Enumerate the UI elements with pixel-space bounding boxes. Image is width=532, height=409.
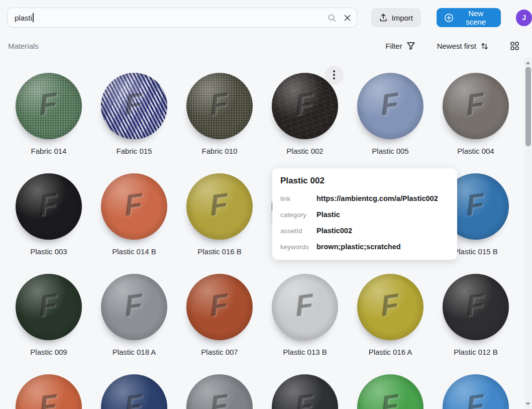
search-input[interactable]: plasti (7, 8, 357, 28)
scrollbar-thumb[interactable] (525, 67, 531, 146)
material-sphere-plastic-005[interactable]: F (357, 73, 423, 139)
material-card-hovered[interactable]: F Plastic 002 (262, 73, 348, 173)
material-card-partial[interactable]: F (262, 374, 348, 409)
material-card[interactable]: F Plastic 013 B (262, 274, 348, 374)
search-input-value: plasti (15, 14, 32, 22)
material-sphere-partial[interactable]: F (357, 374, 423, 409)
material-card[interactable]: F Plastic 009 (6, 274, 91, 374)
material-label: Plastic 018 A (113, 348, 156, 356)
material-sphere-fabric-014[interactable]: F (16, 73, 82, 139)
import-button-label: Import (392, 14, 413, 22)
material-label: Plastic 015 B (454, 247, 498, 256)
f-logo-emboss: F (465, 387, 485, 409)
f-logo-emboss: F (209, 86, 229, 122)
user-avatar[interactable]: J (516, 10, 532, 26)
material-sphere-plastic-012-b[interactable]: F (443, 274, 509, 340)
material-card[interactable]: F Plastic 012 B (433, 274, 518, 374)
material-sphere-fabric-015[interactable]: F (101, 73, 167, 139)
material-sphere-plastic-013-b[interactable]: F (272, 274, 338, 340)
tooltip-title: Plastic 002 (280, 176, 449, 186)
filter-button[interactable]: Filter (385, 42, 414, 50)
sort-button-label: Newest first (437, 42, 476, 50)
f-logo-emboss: F (294, 387, 314, 409)
material-sphere-plastic-014-b[interactable]: F (101, 173, 167, 240)
material-card[interactable]: F Fabric 010 (177, 73, 262, 173)
tooltip-row-label: keywords (280, 243, 316, 251)
material-card[interactable]: F Plastic 003 (6, 173, 91, 274)
material-card[interactable]: F Plastic 004 (433, 73, 518, 173)
scrollbar-up-arrow[interactable] (525, 61, 530, 64)
tooltip-row-assetid: assetId Plastic002 (280, 223, 449, 239)
material-card-partial[interactable]: F (433, 374, 518, 409)
material-card[interactable]: F Fabric 015 (91, 73, 177, 173)
material-label: Fabric 015 (117, 147, 152, 155)
material-label: Plastic 014 B (112, 247, 156, 256)
f-logo-emboss: F (124, 86, 144, 122)
material-sphere-plastic-018-a[interactable]: F (101, 274, 167, 340)
material-card[interactable]: F Fabric 014 (6, 73, 91, 173)
f-logo-emboss: F (38, 287, 58, 323)
material-sphere-plastic-007[interactable]: F (186, 274, 253, 340)
f-logo-emboss: F (124, 287, 144, 323)
material-sphere-partial[interactable]: F (186, 374, 253, 409)
kebab-dot (333, 70, 335, 72)
material-card[interactable]: F Plastic 014 B (91, 173, 177, 274)
material-card[interactable]: F Plastic 005 (348, 73, 433, 173)
vertical-scrollbar[interactable] (524, 58, 532, 409)
f-logo-emboss: F (209, 387, 229, 409)
scrollbar-down-arrow[interactable] (525, 402, 530, 405)
toolbar: Materials Filter Newest first (8, 42, 519, 50)
filter-button-label: Filter (385, 42, 402, 50)
card-kebab-menu-button[interactable] (325, 66, 343, 84)
tooltip-row-label: category (280, 211, 316, 219)
material-sphere-plastic-016-b[interactable]: F (186, 173, 253, 240)
material-sphere-partial[interactable]: F (272, 374, 338, 409)
material-card[interactable]: F Plastic 016 A (348, 274, 433, 374)
tooltip-row-value: Plastic002 (316, 227, 352, 235)
section-label: Materials (8, 42, 39, 50)
f-logo-emboss: F (38, 387, 58, 409)
material-sphere-fabric-010[interactable]: F (186, 73, 253, 139)
clear-search-button[interactable] (344, 15, 351, 21)
top-bar: plasti Import New scene J (0, 0, 532, 28)
f-logo-emboss: F (380, 287, 400, 323)
material-sphere-partial[interactable]: F (443, 374, 509, 409)
material-card[interactable]: F Plastic 016 B (177, 173, 262, 274)
material-sphere-plastic-009[interactable]: F (16, 274, 82, 340)
funnel-icon (407, 42, 415, 50)
material-label: Plastic 004 (457, 147, 494, 155)
f-logo-emboss: F (209, 186, 229, 223)
avatar-initial: J (522, 14, 526, 22)
f-logo-emboss: F (465, 86, 485, 122)
material-sphere-partial[interactable]: F (16, 374, 82, 409)
f-logo-emboss: F (380, 86, 400, 122)
material-card-partial[interactable]: F (6, 374, 91, 409)
material-sphere-plastic-004[interactable]: F (443, 73, 509, 139)
sort-arrows-icon (481, 42, 488, 50)
f-logo-emboss: F (38, 186, 58, 223)
text-caret (33, 13, 34, 22)
material-label: Plastic 005 (372, 147, 408, 155)
import-button[interactable]: Import (371, 8, 421, 27)
material-card-partial[interactable]: F (348, 374, 433, 409)
new-scene-button[interactable]: New scene (437, 8, 501, 27)
material-card-partial[interactable]: F (177, 374, 262, 409)
f-logo-emboss: F (294, 287, 314, 323)
material-label: Plastic 013 B (283, 348, 327, 356)
material-card[interactable]: F Plastic 007 (177, 274, 262, 374)
material-sphere-plastic-016-a[interactable]: F (357, 274, 423, 340)
circle-plus-icon (444, 13, 454, 23)
material-sphere-partial[interactable]: F (101, 374, 167, 409)
grid-view-button[interactable] (510, 42, 519, 50)
sort-button[interactable]: Newest first (437, 42, 488, 50)
material-label: Plastic 003 (30, 247, 67, 256)
material-label: Fabric 014 (31, 147, 67, 155)
material-card-partial[interactable]: F (91, 374, 177, 409)
material-label: Plastic 016 B (197, 247, 242, 256)
material-sphere-plastic-002[interactable]: F (272, 73, 338, 139)
material-sphere-plastic-003[interactable]: F (16, 173, 82, 240)
material-card[interactable]: F Plastic 018 A (91, 274, 177, 374)
tooltip-row-value: Plastic (316, 211, 340, 219)
f-logo-emboss: F (124, 387, 144, 409)
material-label: Plastic 002 (286, 147, 323, 155)
